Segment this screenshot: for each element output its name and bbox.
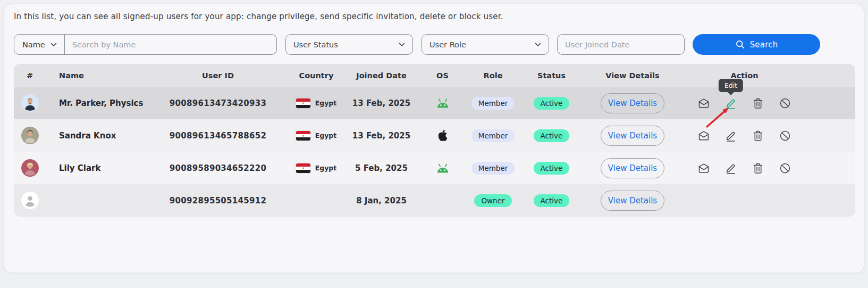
os-cell [412,129,462,142]
column-header-os: OS [412,71,462,80]
block-icon-button[interactable] [779,162,791,175]
actions-cell [686,129,855,142]
user-name: Lily Clark [59,163,101,173]
edit-pencil-icon [724,97,737,110]
search-field-selector-value: Name [22,40,45,49]
role-badge: Member [471,129,515,142]
view-details-button[interactable]: View Details [601,191,664,211]
column-header-joined-date: Joined Date [351,71,412,80]
table-body: Mr. Parker, Physics 90089613473420933 Eg… [14,87,855,217]
avatar-placeholder [21,192,39,209]
search-input[interactable] [65,35,276,54]
avatar-cell [14,159,46,177]
delete-icon-button[interactable] [752,162,764,175]
joined-date: 5 Feb, 2025 [355,163,408,173]
column-header-number: # [14,71,46,80]
status-badge: Active [534,97,570,110]
avatar-cell [14,94,46,112]
user-id: 90089589034652220 [170,163,267,173]
actions-cell [686,162,855,175]
actions-cell [686,194,855,207]
column-header-action: Action [686,71,855,80]
android-icon [436,162,450,174]
role-badge: Owner [474,194,511,207]
chevron-down-icon [50,43,57,47]
avatar [21,94,39,112]
column-header-status: Status [524,71,579,80]
country-name: Egypt [315,131,337,139]
view-details-button[interactable]: View Details [601,93,664,113]
joined-date: 13 Feb, 2025 [352,131,410,141]
egypt-flag-icon [296,98,310,108]
column-header-country: Country [260,71,351,80]
edit-pencil-icon [724,162,737,175]
os-cell [412,97,462,109]
status-badge: Active [534,194,570,207]
search-button[interactable]: Search [693,34,820,55]
delete-icon-button[interactable] [752,129,764,142]
android-icon [436,97,450,109]
edit-icon-button[interactable] [724,129,737,142]
search-combo: Name [14,34,277,55]
status-badge: Active [534,162,570,175]
table-row: Lily Clark 90089589034652220 Egypt 5 Feb… [14,152,855,184]
edit-tooltip: Edit [719,79,743,92]
filter-bar: Name User Status User Role Search [14,34,820,55]
user-name: Mr. Parker, Physics [59,98,143,108]
role-badge: Member [471,97,515,110]
table-row: 90092895505145912 8 Jan, 2025 [14,184,855,217]
block-icon-button[interactable] [779,97,791,110]
mail-icon-button[interactable] [697,97,710,110]
block-icon-button[interactable] [779,129,791,142]
mail-icon-button[interactable] [697,162,710,175]
actions-cell: Edit [686,97,855,110]
search-field-selector[interactable]: Name [14,35,65,54]
avatar-cell [14,127,46,144]
delete-icon-button[interactable] [752,97,764,110]
search-icon [735,39,745,50]
joined-date-input[interactable] [557,34,685,55]
column-header-name: Name [46,71,175,80]
country-cell: Egypt [260,131,351,141]
apple-icon [437,129,448,142]
mail-icon-button[interactable] [697,129,710,142]
table-row: Sandra Knox 90089613465788652 Egypt 13 F… [14,119,855,152]
user-id: 90092895505145912 [170,196,267,205]
column-header-user-id: User ID [175,71,260,80]
edit-icon-button[interactable]: Edit [724,97,737,110]
user-role-select-value: User Role [429,40,466,49]
users-panel: In this list, you can see all signed-up … [4,4,864,273]
country-cell: Egypt [260,98,351,108]
user-status-select[interactable]: User Status [285,34,413,55]
egypt-flag-icon [296,163,310,173]
chevron-down-icon [399,43,405,47]
user-status-select-value: User Status [293,40,338,49]
chevron-down-icon [535,43,541,47]
users-table: # Name User ID Country Joined Date OS Ro… [14,64,855,217]
search-button-label: Search [750,40,778,50]
table-row: Mr. Parker, Physics 90089613473420933 Eg… [14,87,855,119]
avatar [21,127,39,144]
country-name: Egypt [315,99,337,107]
user-id: 90089613473420933 [170,98,267,108]
column-header-role: Role [462,71,524,80]
joined-date: 13 Feb, 2025 [352,98,410,108]
page-description: In this list, you can see all signed-up … [14,12,854,21]
user-role-select[interactable]: User Role [422,34,549,55]
avatar [21,159,39,177]
user-id: 90089613465788652 [170,131,267,141]
view-details-button[interactable]: View Details [601,126,664,146]
column-header-view-details: View Details [579,71,686,80]
role-badge: Member [471,162,515,175]
avatar-cell [14,192,46,209]
edit-icon-button[interactable] [724,162,737,175]
joined-date: 8 Jan, 2025 [356,196,407,205]
country-cell: Egypt [260,163,351,173]
user-name: Sandra Knox [59,131,116,141]
os-cell [412,162,462,174]
status-badge: Active [534,129,570,142]
country-name: Egypt [315,164,337,172]
edit-pencil-icon [724,129,737,142]
egypt-flag-icon [296,131,310,141]
view-details-button[interactable]: View Details [601,158,664,178]
